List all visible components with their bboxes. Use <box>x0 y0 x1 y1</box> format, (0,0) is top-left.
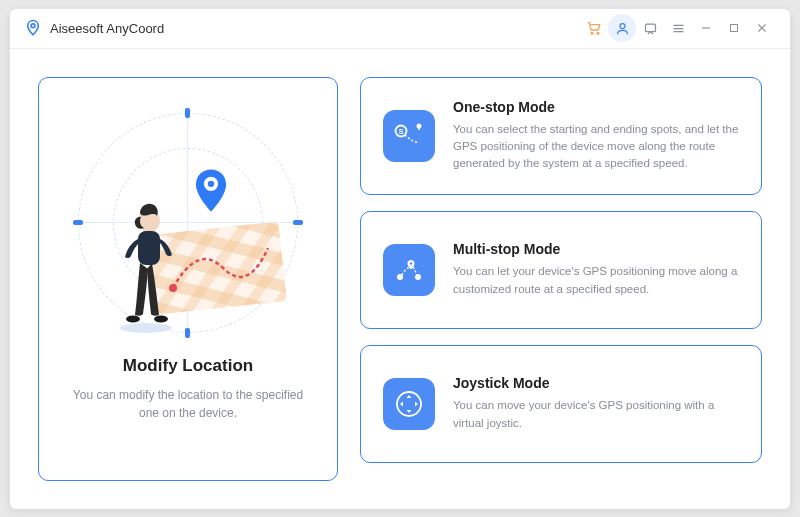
onestop-icon: S <box>383 110 435 162</box>
app-logo-icon <box>24 19 42 37</box>
joystick-desc: You can move your device's GPS positioni… <box>453 397 739 432</box>
onestop-title: One-stop Mode <box>453 99 739 115</box>
svg-text:S: S <box>399 128 404 135</box>
svg-point-3 <box>620 23 625 28</box>
close-button[interactable] <box>748 14 776 42</box>
svg-point-9 <box>120 323 172 333</box>
app-window: Aiseesoft AnyCoord <box>10 9 790 509</box>
multistop-mode-card[interactable]: Multi-stop Mode You can let your device'… <box>360 211 762 329</box>
onestop-mode-card[interactable]: S One-stop Mode You can select the start… <box>360 77 762 195</box>
joystick-mode-card[interactable]: Joystick Mode You can move your device's… <box>360 345 762 463</box>
modify-location-card[interactable]: Modify Location You can modify the locat… <box>38 77 338 481</box>
mode-list: S One-stop Mode You can select the start… <box>360 77 762 481</box>
joystick-title: Joystick Mode <box>453 375 739 391</box>
svg-point-18 <box>415 274 421 280</box>
menu-icon[interactable] <box>664 14 692 42</box>
location-pin-icon <box>188 168 234 214</box>
user-icon[interactable] <box>608 14 636 42</box>
multistop-desc: You can let your device's GPS positionin… <box>453 263 739 298</box>
svg-rect-4 <box>645 24 655 32</box>
modify-location-desc: You can modify the location to the speci… <box>68 386 308 422</box>
maximize-button[interactable] <box>720 14 748 42</box>
svg-rect-5 <box>731 25 738 32</box>
modify-location-title: Modify Location <box>123 356 253 376</box>
svg-point-12 <box>126 315 140 322</box>
main-content: Modify Location You can modify the locat… <box>10 49 790 509</box>
feedback-icon[interactable] <box>636 14 664 42</box>
svg-point-1 <box>591 32 593 34</box>
onestop-desc: You can select the starting and ending s… <box>453 121 739 173</box>
svg-point-2 <box>597 32 599 34</box>
multistop-icon <box>383 244 435 296</box>
cart-icon[interactable] <box>580 14 608 42</box>
minimize-button[interactable] <box>692 14 720 42</box>
person-illustration <box>111 203 181 333</box>
app-title: Aiseesoft AnyCoord <box>50 21 164 36</box>
svg-point-0 <box>31 24 35 28</box>
joystick-icon <box>383 378 435 430</box>
multistop-title: Multi-stop Mode <box>453 241 739 257</box>
modify-location-illustration <box>73 108 303 338</box>
svg-point-8 <box>208 180 214 186</box>
svg-point-13 <box>154 315 168 322</box>
svg-point-19 <box>410 262 412 264</box>
svg-rect-11 <box>138 231 160 265</box>
titlebar: Aiseesoft AnyCoord <box>10 9 790 49</box>
